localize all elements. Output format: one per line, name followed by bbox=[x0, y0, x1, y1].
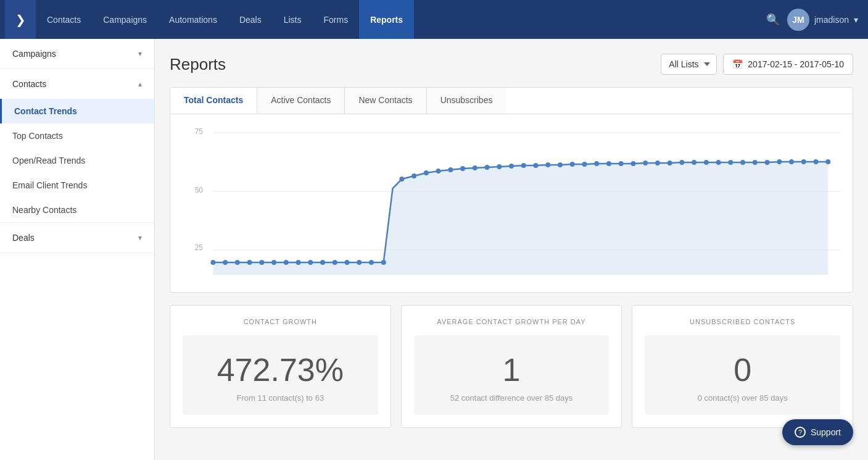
nav-right: 🔍 JM jmadison ▾ bbox=[766, 9, 868, 31]
svg-point-57 bbox=[825, 159, 830, 164]
main-content: Reports All Lists 📅 2017-02-15 - 2017-05… bbox=[155, 39, 868, 460]
unsubscribed-value: 0 bbox=[657, 354, 828, 386]
username: jmadison bbox=[814, 15, 849, 25]
calendar-icon: 📅 bbox=[732, 59, 743, 69]
sidebar-campaigns-header[interactable]: Campaigns ▾ bbox=[0, 39, 154, 69]
lists-select[interactable]: All Lists bbox=[661, 54, 717, 75]
sidebar-campaigns-label: Campaigns bbox=[12, 49, 56, 59]
svg-point-20 bbox=[369, 260, 374, 265]
svg-point-44 bbox=[668, 161, 672, 165]
svg-point-45 bbox=[679, 160, 684, 165]
svg-point-53 bbox=[777, 159, 782, 164]
nav-item-lists[interactable]: Lists bbox=[273, 0, 313, 39]
page-title: Reports bbox=[170, 55, 226, 74]
svg-point-7 bbox=[210, 260, 215, 265]
support-button[interactable]: ? Support bbox=[782, 419, 853, 445]
contact-growth-desc: From 11 contact(s) to 63 bbox=[195, 393, 366, 403]
svg-point-25 bbox=[436, 169, 441, 174]
nav-items: Contacts Campaigns Automations Deals Lis… bbox=[36, 0, 766, 39]
stat-card-contact-growth: CONTACT GROWTH 472.73% From 11 contact(s… bbox=[170, 305, 391, 428]
date-range-value: 2017-02-15 - 2017-05-10 bbox=[748, 59, 844, 69]
nav-item-campaigns[interactable]: Campaigns bbox=[92, 0, 158, 39]
sidebar-contacts-header[interactable]: Contacts ▴ bbox=[0, 69, 154, 99]
chart-svg: 75 50 25 bbox=[183, 127, 840, 275]
svg-point-47 bbox=[704, 160, 709, 165]
date-range-picker[interactable]: 📅 2017-02-15 - 2017-05-10 bbox=[723, 54, 853, 75]
nav-logo[interactable]: ❯ bbox=[5, 0, 36, 39]
unsubscribed-inner: 0 0 contact(s) over 85 days bbox=[645, 335, 840, 415]
svg-point-23 bbox=[411, 174, 416, 178]
nav-item-contacts[interactable]: Contacts bbox=[36, 0, 92, 39]
sidebar-section-campaigns: Campaigns ▾ bbox=[0, 39, 154, 69]
svg-point-12 bbox=[271, 260, 276, 265]
svg-point-19 bbox=[357, 260, 362, 265]
svg-point-10 bbox=[247, 260, 252, 265]
sidebar-item-nearby-contacts[interactable]: Nearby Contacts bbox=[0, 198, 154, 222]
tab-unsubscribes[interactable]: Unsubscribes bbox=[427, 88, 506, 114]
svg-point-50 bbox=[740, 160, 745, 165]
sidebar-deals-header[interactable]: Deals ▾ bbox=[0, 223, 154, 253]
unsubscribed-label: UNSUBSCRIBED CONTACTS bbox=[645, 318, 840, 325]
svg-point-18 bbox=[345, 260, 350, 265]
svg-point-49 bbox=[728, 160, 733, 165]
svg-point-39 bbox=[606, 161, 611, 166]
svg-text:25: 25 bbox=[195, 243, 204, 252]
svg-point-14 bbox=[296, 260, 301, 265]
svg-point-48 bbox=[716, 160, 721, 165]
svg-point-40 bbox=[619, 161, 624, 166]
avatar: JM bbox=[787, 9, 809, 31]
tab-active-contacts[interactable]: Active Contacts bbox=[257, 88, 345, 114]
contact-growth-inner: 472.73% From 11 contact(s) to 63 bbox=[183, 335, 378, 415]
svg-point-27 bbox=[460, 166, 465, 171]
svg-point-11 bbox=[259, 260, 264, 265]
svg-point-8 bbox=[223, 260, 228, 265]
stat-card-avg-growth: AVERAGE CONTACT GROWTH PER DAY 1 52 cont… bbox=[401, 305, 622, 428]
sidebar-item-top-contacts[interactable]: Top Contacts bbox=[0, 123, 154, 148]
svg-point-35 bbox=[558, 162, 563, 167]
nav-item-forms[interactable]: Forms bbox=[313, 0, 360, 39]
svg-point-13 bbox=[284, 260, 289, 265]
svg-point-17 bbox=[333, 260, 337, 265]
avg-growth-inner: 1 52 contact difference over 85 days bbox=[414, 335, 610, 415]
avg-growth-label: AVERAGE CONTACT GROWTH PER DAY bbox=[414, 318, 610, 325]
reports-header: Reports All Lists 📅 2017-02-15 - 2017-05… bbox=[170, 54, 853, 75]
deals-chevron-icon: ▾ bbox=[138, 233, 142, 242]
svg-point-42 bbox=[643, 161, 648, 165]
sidebar-item-open-read-trends[interactable]: Open/Read Trends bbox=[0, 148, 154, 173]
svg-point-29 bbox=[485, 165, 490, 170]
stat-card-unsubscribed: UNSUBSCRIBED CONTACTS 0 0 contact(s) ove… bbox=[632, 305, 853, 428]
tabs-container: Total Contacts Active Contacts New Conta… bbox=[170, 87, 853, 114]
svg-point-34 bbox=[545, 162, 550, 167]
avg-growth-value: 1 bbox=[426, 354, 597, 386]
svg-point-33 bbox=[534, 163, 539, 168]
user-menu[interactable]: JM jmadison ▾ bbox=[787, 9, 858, 31]
svg-point-43 bbox=[655, 161, 660, 165]
svg-point-46 bbox=[692, 160, 696, 165]
svg-point-55 bbox=[801, 159, 806, 164]
svg-point-22 bbox=[399, 177, 404, 182]
tab-new-contacts[interactable]: New Contacts bbox=[345, 88, 426, 114]
svg-point-31 bbox=[509, 164, 514, 169]
stats-row: CONTACT GROWTH 472.73% From 11 contact(s… bbox=[170, 305, 853, 428]
tab-total-contacts[interactable]: Total Contacts bbox=[170, 88, 257, 114]
svg-point-51 bbox=[753, 160, 758, 165]
sidebar-deals-label: Deals bbox=[12, 233, 35, 243]
svg-point-54 bbox=[789, 159, 794, 164]
svg-marker-6 bbox=[213, 162, 828, 275]
nav-item-deals[interactable]: Deals bbox=[228, 0, 273, 39]
svg-point-52 bbox=[765, 160, 770, 165]
contacts-chevron-icon: ▴ bbox=[138, 80, 142, 88]
svg-point-26 bbox=[448, 167, 453, 172]
svg-point-16 bbox=[320, 260, 325, 265]
search-icon[interactable]: 🔍 bbox=[766, 13, 780, 27]
contact-growth-label: CONTACT GROWTH bbox=[183, 318, 378, 325]
sidebar-item-email-client-trends[interactable]: Email Client Trends bbox=[0, 173, 154, 198]
nav-item-reports[interactable]: Reports bbox=[359, 0, 414, 39]
avg-growth-desc: 52 contact difference over 85 days bbox=[426, 393, 597, 403]
chart-container: 75 50 25 bbox=[170, 114, 853, 293]
svg-point-24 bbox=[424, 170, 429, 175]
svg-point-30 bbox=[497, 164, 502, 169]
sidebar-item-contact-trends[interactable]: Contact Trends bbox=[0, 99, 154, 123]
svg-point-28 bbox=[473, 165, 477, 170]
nav-item-automations[interactable]: Automations bbox=[158, 0, 228, 39]
